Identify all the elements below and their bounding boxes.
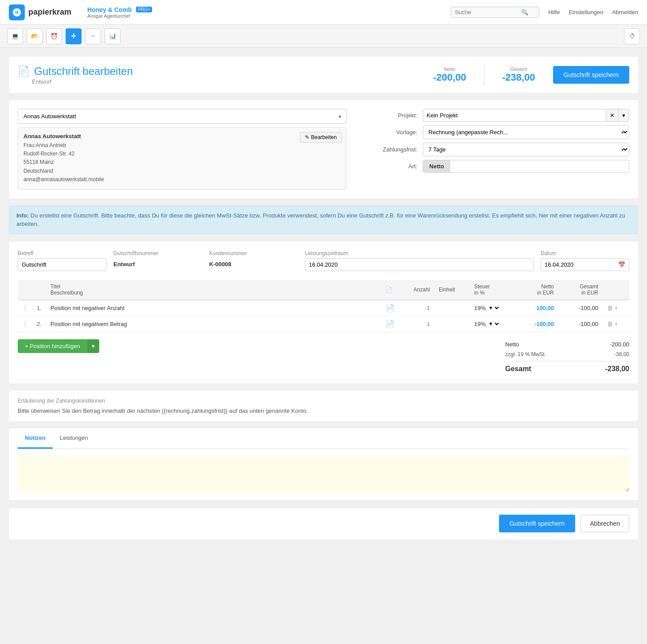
customer-select-wrapper: Annas Autowerkstatt — [18, 109, 347, 124]
zahlungsfrist-select[interactable]: 7 Tage — [423, 143, 629, 156]
clock-icon: ⏰ — [51, 33, 58, 39]
col-anzahl-header: Anzahl — [399, 280, 434, 300]
customer-fields-row: Annas Autowerkstatt ✎ Bearbeiten Annas A… — [18, 109, 629, 190]
company-role: Ansgar Agenturchef — [87, 13, 152, 19]
gesamt-total-block: Gesamt -238,00 — [493, 66, 544, 83]
toolbar-monitor-btn[interactable]: 💻 — [7, 28, 23, 44]
vorlage-select-wrapper: Rechnung (angepasste Rech... — [423, 125, 629, 139]
toolbar-minus-btn[interactable]: − — [85, 28, 101, 44]
page-title-area: 📄 Gutschrift bearbeiten Entwurf — [18, 65, 424, 85]
save-button-top[interactable]: Gutschrift speichern — [553, 66, 630, 84]
projekt-drop-btn[interactable]: ▾ — [619, 109, 629, 122]
row-handle: ⋮ — [18, 300, 32, 316]
tab-leistungen[interactable]: Leistungen — [53, 428, 95, 449]
tab-notizen[interactable]: Notizen — [18, 428, 53, 449]
col-num-header — [32, 280, 46, 300]
app-name: papierkram — [28, 8, 71, 17]
row-delete-icon[interactable]: 🗑 — [607, 320, 613, 327]
tabs-header: Notizen Leistungen — [18, 428, 629, 449]
datum-input[interactable] — [541, 259, 615, 271]
row-title[interactable]: Position mit negativer Anzahl — [46, 300, 381, 316]
customer-email: anna@annasautowerkstatt.mobile — [23, 176, 104, 182]
vorlage-select[interactable]: Rechnung (angepasste Rech... — [423, 125, 629, 139]
art-label: Art: — [355, 163, 417, 170]
add-position-button[interactable]: + Position hinzufügen — [18, 339, 87, 353]
projekt-clear-btn[interactable]: ✕ — [606, 109, 619, 122]
gesamt-value: -238,00 — [502, 72, 535, 83]
customer-name: Annas Autowerkstatt — [23, 133, 341, 140]
items-tbody: ⋮ 1. Position mit negativer Anzahl 📄 -1 … — [18, 300, 629, 332]
logout-link[interactable]: Abmelden — [612, 9, 638, 16]
table-header-row: Titel Beschreibung 📄 Anzahl Einheit Steu… — [18, 280, 629, 300]
kundennummer-value: K-00008 — [209, 258, 298, 270]
row-einheit[interactable] — [434, 300, 470, 316]
notes-textarea[interactable] — [18, 456, 629, 492]
toolbar-clock-btn[interactable]: ⏰ — [46, 28, 62, 44]
gutschriftsnummer-label: Gutschriftsnummer — [113, 250, 202, 256]
doc-attach-icon[interactable]: 📄 — [386, 287, 392, 293]
col-handle-header — [18, 280, 32, 300]
totals-divider — [484, 64, 484, 86]
table-row: ⋮ 2. Position mit negativem Betrag 📄 1 1… — [18, 316, 629, 332]
datum-label: Datum — [541, 250, 629, 256]
netto-total-block: Netto -200,00 — [424, 66, 475, 83]
row-steuer-select[interactable]: ▼ — [487, 305, 500, 311]
row-more-icon[interactable]: ▾ — [615, 306, 617, 310]
edit-customer-button[interactable]: ✎ Bearbeiten — [300, 132, 342, 143]
add-position-dropdown-btn[interactable]: ▾ — [87, 339, 99, 353]
row-anzahl[interactable]: 1 — [399, 316, 434, 332]
search-icon[interactable]: 🔍 — [521, 9, 528, 16]
search-box: 🔍 — [451, 7, 539, 18]
toolbar-add-btn[interactable]: + — [66, 28, 82, 44]
row-einheit[interactable] — [434, 316, 470, 332]
art-netto-option[interactable]: Netto — [423, 160, 450, 172]
summary-netto-value: -200,00 — [610, 341, 629, 348]
help-link[interactable]: Hilfe — [548, 9, 560, 16]
row-doc-icon[interactable]: 📄 — [381, 316, 399, 332]
pro-badge: PRO+ — [136, 7, 152, 12]
art-field: Netto — [423, 160, 629, 173]
save-button-bottom[interactable]: Gutschrift speichern — [499, 515, 576, 532]
row-steuer-select[interactable]: ▼ — [487, 321, 500, 327]
folder-icon: 📂 — [31, 33, 39, 39]
document-icon: 📄 — [18, 66, 30, 77]
col-gesamt-header: Gesamt in EUR — [558, 280, 603, 300]
row-more-icon[interactable]: ▾ — [615, 322, 617, 326]
row-title[interactable]: Position mit negativem Betrag — [46, 316, 381, 332]
row-doc-icon[interactable]: 📄 — [381, 300, 399, 316]
search-input[interactable] — [455, 9, 521, 16]
toolbar-chart-btn[interactable]: 📊 — [105, 28, 121, 44]
summary-gesamt-value: -238,00 — [605, 365, 629, 373]
tabs-section: Notizen Leistungen — [9, 428, 638, 500]
betreff-input[interactable] — [18, 258, 106, 271]
projekt-label: Projekt: — [355, 112, 417, 119]
company-name[interactable]: Honey & Comb — [87, 6, 132, 13]
row-netto[interactable]: 100,00 — [514, 300, 558, 316]
timer-icon: ⏱ — [629, 33, 635, 39]
col-einheit-header: Einheit — [434, 280, 470, 300]
info-box: Info: Du erstellst eine Gutschrift. Bitt… — [9, 206, 638, 234]
customer-address: ✎ Bearbeiten Annas Autowerkstatt Frau An… — [18, 127, 347, 190]
leistungszeitraum-input[interactable] — [305, 258, 534, 271]
row-netto[interactable]: -100,00 — [514, 316, 558, 332]
row-handle: ⋮ — [18, 316, 32, 332]
toolbar-folder-btn[interactable]: 📂 — [27, 28, 43, 44]
row-steuer: 19% ▼ — [470, 300, 514, 316]
zahlungsfrist-field: 7 Tage — [423, 143, 629, 156]
row-anzahl[interactable]: -1 — [399, 300, 434, 316]
cancel-button[interactable]: Abbrechen — [581, 515, 629, 532]
row-gesamt: -100,00 — [558, 300, 603, 316]
customer-select[interactable]: Annas Autowerkstatt — [18, 109, 347, 124]
row-delete-icon[interactable]: 🗑 — [607, 304, 613, 311]
header-links: Hilfe Einstellungen Abmelden — [548, 9, 638, 16]
customer-city: 55118 Mainz — [23, 159, 54, 165]
items-table: Titel Beschreibung 📄 Anzahl Einheit Steu… — [18, 280, 629, 332]
calendar-icon[interactable]: 📅 — [615, 259, 629, 271]
projekt-input[interactable] — [423, 109, 606, 122]
netto-value: -200,00 — [433, 72, 466, 83]
toolbar-timer-btn[interactable]: ⏱ — [624, 28, 640, 44]
chart-icon: 📊 — [109, 33, 117, 39]
settings-link[interactable]: Einstellungen — [569, 9, 603, 16]
tab-content-notizen — [18, 449, 629, 500]
art-toggle-group: Netto — [423, 160, 629, 173]
